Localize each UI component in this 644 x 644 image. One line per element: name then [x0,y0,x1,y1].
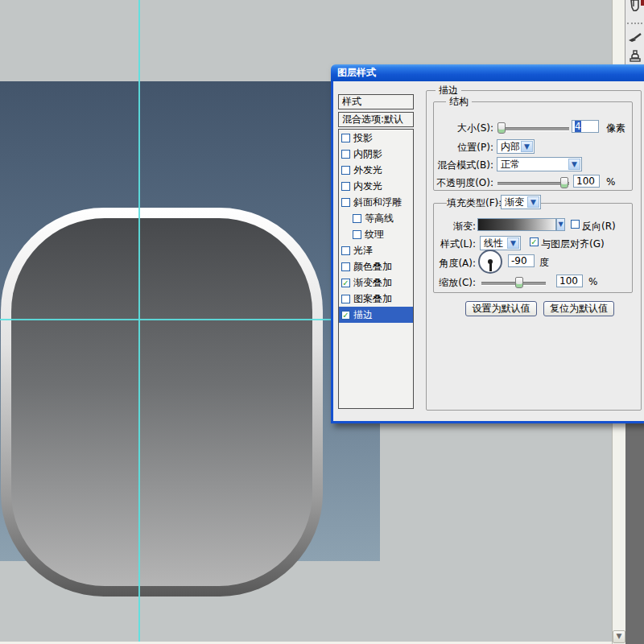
angle-label: 角度(A): [434,257,476,270]
style-item-label: 内阴影 [353,147,382,161]
align-with-layer-checkbox[interactable]: ✓ [530,237,539,246]
dialog-titlebar[interactable]: 图层样式 [331,64,644,81]
style-list-item[interactable]: 内阴影 [339,146,413,162]
scale-slider-thumb[interactable] [515,277,523,288]
blend-mode-value: 正常 [501,159,520,171]
style-list-item[interactable]: 斜面和浮雕 [339,194,413,210]
scale-input[interactable]: 100 [556,275,583,287]
style-list-item[interactable]: 内发光 [339,178,413,194]
angle-value: -90 [511,255,527,266]
style-item-label: 斜面和浮雕 [353,196,402,209]
style-item-label: 图案叠加 [353,292,392,306]
style-list-item[interactable]: 光泽 [339,242,413,258]
style-checkbox[interactable] [353,230,361,239]
size-label: 大小(S): [434,122,493,135]
chevron-down-icon: ▼ [527,196,539,208]
style-list-item[interactable]: 颜色叠加 [339,258,413,275]
style-item-label: 光泽 [353,244,373,258]
stroke-page-title: 描边 [436,85,461,96]
set-default-button[interactable]: 设置为默认值 [465,301,537,316]
clone-stamp-tool-icon[interactable] [628,49,642,64]
style-checkbox[interactable] [341,166,350,175]
style-item-label: 描边 [353,308,373,322]
styles-panel-header: 样式 [338,94,414,109]
style-list-item[interactable]: 纹理 [339,226,413,242]
dialog-frame [331,81,333,423]
history-brush-icon[interactable] [628,0,642,14]
chevron-down-icon: ▼ [617,632,622,640]
blending-options-item[interactable]: 混合选项:默认 [338,112,414,127]
style-checkbox[interactable] [341,182,350,191]
blend-mode-select[interactable]: 正常 ▼ [497,157,582,171]
gradient-preview[interactable] [477,218,556,231]
reverse-label: 反向(R) [582,220,616,233]
horizontal-guide[interactable] [0,319,380,320]
style-checkbox[interactable] [341,246,350,255]
opacity-unit: % [606,176,615,188]
style-checkbox[interactable] [341,150,350,159]
gradient-style-label: 样式(L): [434,237,476,251]
gradient-style-value: 线性 [484,237,503,250]
opacity-slider-thumb[interactable] [560,177,568,188]
angle-dial-pointer [489,262,492,271]
fill-type-select[interactable]: 渐变 ▼ [501,195,541,209]
fill-groupbox: 渐变: ▼ 反向(R) 样式(L): 线性 ▼ ✓ 与图层对齐(G) 角度(A)… [433,203,633,293]
angle-dial[interactable] [478,250,502,274]
style-list-item[interactable]: ✓ 渐变叠加 [339,275,413,291]
size-slider[interactable] [497,127,569,131]
opacity-label: 不透明度(O): [434,176,493,190]
style-checkbox[interactable] [341,198,350,207]
gradient-style-select[interactable]: 线性 ▼ [480,236,521,250]
style-item-label: 纹理 [365,228,384,242]
position-value: 内部 [501,141,520,153]
layer-style-dialog: 图层样式 样式 混合选项:默认 投影 内阴影 外发光 内发光 斜面和浮雕 等高线… [331,64,644,423]
size-input[interactable]: 4 [572,120,599,133]
style-item-label: 等高线 [365,212,394,225]
rounded-square-shape-fill [11,218,312,586]
position-label: 位置(P): [434,141,493,155]
chevron-down-icon: ▼ [521,141,533,152]
vertical-guide[interactable] [138,0,140,644]
gradient-label: 渐变: [434,220,476,233]
opacity-input[interactable]: 100 [573,175,600,188]
scroll-down-button[interactable]: ▼ [613,630,625,643]
opacity-slider[interactable] [497,182,569,186]
gradient-picker-arrow[interactable]: ▼ [556,218,565,231]
style-checkbox[interactable] [341,134,350,142]
document-canvas[interactable] [0,81,380,561]
style-list-item[interactable]: 投影 [339,130,413,146]
palette-separator [627,23,642,24]
style-item-label: 内发光 [353,180,382,193]
dialog-frame [331,421,644,423]
workspace-background: ▼ 图层样式 样式 混合选项:默认 投影 内阴影 [0,0,644,644]
tools-palette-fragment [625,0,644,69]
size-value: 4 [575,121,581,132]
brush-tool-icon[interactable] [628,31,642,45]
structure-groupbox-label: 结构 [446,96,472,107]
chevron-down-icon: ▼ [568,159,580,170]
style-list-item[interactable]: 图案叠加 [339,291,413,307]
style-checkbox[interactable]: ✓ [341,311,350,320]
style-checkbox[interactable] [341,295,350,303]
scale-value: 100 [559,275,578,287]
style-checkbox[interactable] [341,262,350,271]
angle-input[interactable]: -90 [508,254,535,267]
reverse-checkbox[interactable] [571,220,580,229]
blend-mode-label: 混合模式(B): [434,159,493,172]
position-select[interactable]: 内部 ▼ [497,139,535,154]
size-slider-thumb[interactable] [497,122,506,134]
style-checkbox[interactable]: ✓ [341,279,350,287]
style-list-item[interactable]: 等高线 [339,210,413,226]
style-list-item[interactable]: ✓ 描边 [339,307,413,323]
reset-default-button[interactable]: 复位为默认值 [543,301,614,316]
align-with-layer-label: 与图层对齐(G) [541,237,605,251]
chevron-down-icon: ▼ [507,237,519,249]
scale-slider[interactable] [481,282,546,286]
opacity-value: 100 [576,175,595,187]
style-list-item[interactable]: 外发光 [339,162,413,178]
dialog-title: 图层样式 [337,67,376,78]
style-list: 投影 内阴影 外发光 内发光 斜面和浮雕 等高线 纹理 光泽 颜色叠加 ✓ 渐变… [338,129,414,409]
style-checkbox[interactable] [353,214,361,223]
angle-unit: 度 [539,256,549,270]
fill-type-value: 渐变 [505,196,524,208]
